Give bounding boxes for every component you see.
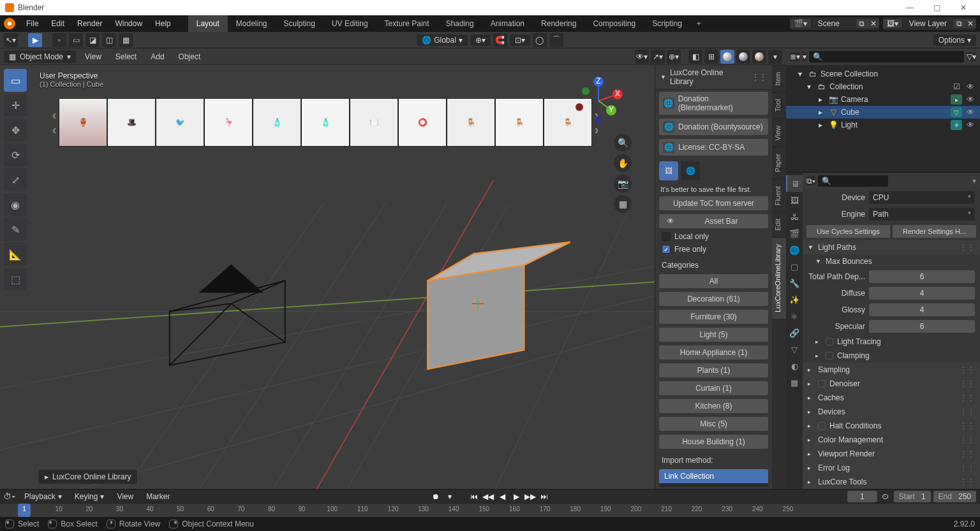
toggle-preview-b[interactable]: 🌐 [681, 161, 700, 180]
vp-menu-view[interactable]: View [80, 50, 107, 63]
menu-edit[interactable]: Edit [45, 17, 70, 31]
pan-gizmo-icon[interactable]: ✋ [614, 154, 632, 172]
ptab-render[interactable]: 🖥 [786, 175, 803, 192]
glossy-value[interactable]: 4 [869, 303, 975, 316]
hdr-errorlog[interactable]: ▸Error Log⋮⋮ [803, 461, 980, 475]
link-donation-bm[interactable]: 🌐Donation (Blendermarket) [659, 92, 768, 115]
tool-select-box[interactable]: ▭ [4, 69, 27, 92]
hdr-colormgmt[interactable]: ▸Color Management⋮⋮ [803, 433, 980, 447]
ptab-modifier[interactable]: 🔧 [786, 275, 803, 291]
matprev-shading-icon[interactable] [736, 50, 750, 64]
asset-thumb-8[interactable]: ⭕ [398, 98, 447, 147]
workspace-sculpting[interactable]: Sculpting [276, 15, 323, 32]
toggle-preview-a[interactable]: 🖼 [659, 161, 678, 180]
bottom-panel-toggle[interactable]: ▸ LuxCore Online Library [38, 470, 137, 484]
cat-housebuilding[interactable]: House Building (1) [659, 435, 768, 449]
vtab-paper[interactable]: Paper [772, 147, 786, 178]
workspace-texturepaint[interactable]: Texture Paint [376, 15, 438, 32]
tl-marker-menu[interactable]: Marker [142, 491, 174, 502]
snap-toggle[interactable]: 🧲 [493, 33, 507, 47]
asset-thumb-1[interactable]: 🏺 [59, 98, 107, 147]
use-cycles-button[interactable]: Use Cycles Settings [806, 225, 890, 238]
zoom-gizmo-icon[interactable]: 🔍 [614, 134, 632, 152]
cursor-tool-icon[interactable]: ↖▾ [4, 33, 18, 47]
asset-bar-button[interactable]: 👁Asset Bar [659, 214, 768, 228]
hdr-light-tracing[interactable]: ▸Light Tracing [803, 335, 980, 349]
link-donation-bs[interactable]: 🌐Donation (Bountysource) [659, 119, 768, 135]
rendered-shading-icon[interactable] [752, 50, 766, 64]
hdr-light-paths[interactable]: ▼Light Paths⋮⋮ [803, 240, 980, 254]
tool-measure[interactable]: 📐 [4, 243, 27, 266]
props-search[interactable]: 🔍 [818, 175, 888, 187]
hdr-denoiser[interactable]: ▸Denoiser⋮⋮ [803, 377, 980, 391]
options-menu[interactable]: Options ▾ [933, 34, 976, 46]
asset-thumb-4[interactable]: 🦩 [204, 98, 253, 147]
menu-help[interactable]: Help [149, 17, 177, 31]
update-toc-button[interactable]: Update ToC from server [659, 196, 768, 210]
specular-value[interactable]: 6 [869, 320, 975, 333]
viewlayer-selector[interactable]: 🖼▾ View Layer ⧉ ✕ [883, 17, 976, 30]
total-path-value[interactable]: 6 [869, 270, 975, 283]
workspace-animation[interactable]: Animation [482, 15, 533, 32]
scene-new[interactable]: ⧉ [856, 19, 868, 28]
link-license[interactable]: 🌐License: CC-BY-SA [659, 139, 768, 156]
tool-annotate[interactable]: ✎ [4, 218, 27, 241]
tool-transform[interactable]: ◉ [4, 193, 27, 216]
vp-menu-select[interactable]: Select [110, 50, 142, 63]
hdr-luxtools[interactable]: ▸LuxCore Tools⋮⋮ [803, 475, 980, 489]
tl-view-menu[interactable]: View [113, 491, 137, 502]
snap-vertex-icon[interactable]: ▫ [52, 33, 66, 47]
select-box-icon[interactable]: ▶ [28, 33, 42, 47]
orientation-select[interactable]: 🌐 Global ▾ [417, 34, 468, 46]
persp-gizmo-icon[interactable]: ▦ [614, 195, 632, 213]
nav-gizmo[interactable]: X Y Z [573, 75, 624, 126]
scene-selector[interactable]: 🎬▾ Scene ⧉ ✕ [790, 17, 879, 30]
tool-scale[interactable]: ⤢ [4, 168, 27, 191]
tool-cursor[interactable]: ✛ [4, 94, 27, 117]
hdr-clamping[interactable]: ▸Clamping [803, 349, 980, 363]
workspace-scripting[interactable]: Scripting [644, 15, 690, 32]
outliner-filter[interactable]: ▽▾ [967, 52, 976, 61]
camera-gizmo-icon[interactable]: 📷 [614, 175, 632, 193]
asset-thumb-3[interactable]: 🐦 [156, 98, 204, 147]
proportional-toggle[interactable]: ◯ [533, 33, 547, 47]
snap-volume-icon[interactable]: ◫ [102, 33, 116, 47]
viewlayer-new[interactable]: ⧉ [953, 19, 965, 28]
asset-thumb-10[interactable]: 🪑 [495, 98, 544, 147]
hdr-devices[interactable]: ▸Devices⋮⋮ [803, 405, 980, 419]
current-frame-marker[interactable]: 1 [18, 504, 31, 517]
workspace-modeling[interactable]: Modeling [228, 15, 276, 32]
workspace-uvediting[interactable]: UV Editing [323, 15, 376, 32]
workspace-add[interactable]: + [690, 19, 708, 28]
asset-thumb-6[interactable]: 🧴 [301, 98, 350, 147]
keying-menu[interactable]: Keying ▾ [71, 491, 108, 502]
next-key-icon[interactable]: ▶▶ [524, 491, 536, 502]
autokey-icon[interactable]: ⏺ [430, 491, 442, 502]
outliner-camera[interactable]: ▸📷Camera▸👁 [786, 93, 980, 106]
free-only-checkbox[interactable]: ✓Free only [655, 243, 772, 256]
npanel-header[interactable]: ▼LuxCore Online Library⋮⋮ [655, 65, 772, 90]
vtab-luxcore[interactable]: LuxCoreOnlineLibrary [772, 237, 786, 319]
cat-kitchen[interactable]: Kitchen (8) [659, 399, 768, 413]
cat-all[interactable]: All [659, 274, 768, 288]
mode-selector[interactable]: ▦ Object Mode ▾ [4, 50, 76, 63]
asset-thumb-9[interactable]: 🪑 [447, 98, 495, 147]
vtab-fluent[interactable]: Fluent [772, 179, 786, 212]
playback-menu[interactable]: Playback ▾ [20, 491, 66, 502]
menu-file[interactable]: File [20, 17, 44, 31]
outliner-search[interactable]: 🔍 [809, 51, 964, 62]
snap-edge-icon[interactable]: ▭ [69, 33, 83, 47]
ptab-texture[interactable]: ▦ [786, 374, 803, 391]
maximize-button[interactable]: ▢ [925, 3, 948, 12]
props-more[interactable]: ▾ [972, 177, 976, 185]
vtab-view[interactable]: View [772, 119, 786, 147]
wireframe-shading-icon[interactable]: ⊞ [704, 50, 718, 64]
render-hint-button[interactable]: Render Settings H... [893, 225, 976, 238]
ptab-physics[interactable]: ⚛ [786, 308, 803, 324]
workspace-rendering[interactable]: Rendering [533, 15, 584, 32]
cat-misc[interactable]: Misc (5) [659, 417, 768, 431]
asset-thumb-5[interactable]: 🧴 [253, 98, 301, 147]
workspace-compositing[interactable]: Compositing [584, 15, 644, 32]
timeline-editor-icon[interactable]: ⏱▾ [4, 492, 15, 501]
restrict-icon[interactable]: ▸ [951, 94, 962, 105]
